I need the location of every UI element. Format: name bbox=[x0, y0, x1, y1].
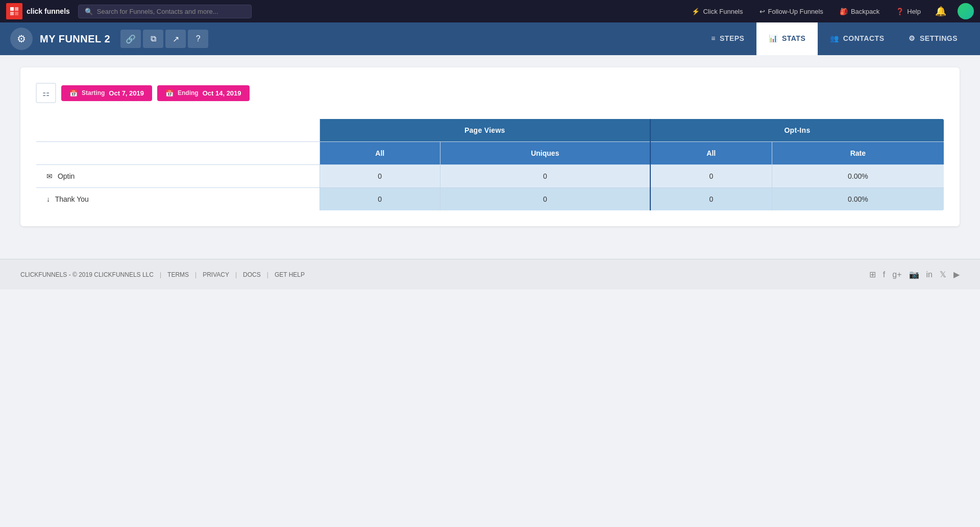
tab-steps[interactable]: ≡ STEPS bbox=[699, 22, 756, 55]
all-optins-header: All bbox=[650, 142, 772, 165]
search-placeholder: Search for Funnels, Contacts and more... bbox=[97, 8, 218, 15]
logo[interactable]: click funnels bbox=[6, 3, 70, 19]
svg-rect-1 bbox=[15, 7, 18, 11]
funnel-tabs: ≡ STEPS 📊 STATS 👥 CONTACTS ⚙ SETTINGS bbox=[699, 22, 970, 55]
download-icon bbox=[46, 195, 53, 203]
funnel-header: ⚙ MY FUNNEL 2 🔗 ⧉ ↗ ? ≡ STEPS 📊 STATS 👥 … bbox=[0, 22, 980, 55]
optin-rate: 0.00% bbox=[772, 165, 944, 188]
youtube-icon[interactable]: ▶ bbox=[953, 270, 960, 279]
top-navigation: click funnels 🔍 Search for Funnels, Cont… bbox=[0, 0, 980, 22]
page-views-header: Page Views bbox=[320, 119, 650, 142]
all-views-header: All bbox=[320, 142, 440, 165]
nav-follow-up-funnels[interactable]: ↩ Follow-Up Funnels bbox=[752, 5, 830, 18]
search-icon: 🔍 bbox=[85, 8, 93, 15]
click-funnels-icon: ⚡ bbox=[692, 8, 700, 15]
settings-icon: ⚙ bbox=[909, 34, 916, 42]
footer-sep4: | bbox=[267, 271, 268, 278]
footer-sep3: | bbox=[235, 271, 237, 278]
search-bar[interactable]: 🔍 Search for Funnels, Contacts and more.… bbox=[78, 5, 252, 18]
thankyou-unique-views: 0 bbox=[440, 188, 650, 211]
logo-text: click funnels bbox=[27, 7, 70, 15]
optin-row-label: Optin bbox=[36, 165, 320, 188]
backpack-icon: 🎒 bbox=[840, 8, 848, 15]
svg-rect-2 bbox=[10, 12, 14, 15]
google-plus-icon[interactable]: g+ bbox=[892, 270, 901, 279]
link-button[interactable]: 🔗 bbox=[120, 30, 141, 48]
footer: CLICKFUNNELS - © 2019 CLICKFUNNELS LLC |… bbox=[0, 259, 980, 290]
stats-icon: 📊 bbox=[769, 34, 778, 42]
svg-rect-3 bbox=[15, 12, 18, 15]
main-content: ⚏ 📅 Starting Oct 7, 2019 📅 Ending Oct 14… bbox=[0, 55, 980, 238]
tab-contacts[interactable]: 👥 CONTACTS bbox=[818, 22, 896, 55]
tab-settings[interactable]: ⚙ SETTINGS bbox=[896, 22, 970, 55]
footer-sep1: | bbox=[160, 271, 161, 278]
table-row: Optin 0 0 0 0.00% bbox=[36, 165, 944, 188]
envelope-icon bbox=[46, 172, 56, 180]
help-icon: ❓ bbox=[896, 8, 904, 15]
empty-header bbox=[36, 119, 320, 142]
logo-icon bbox=[6, 3, 22, 19]
contacts-icon: 👥 bbox=[830, 34, 839, 42]
steps-icon: ≡ bbox=[711, 34, 716, 42]
copy-button[interactable]: ⧉ bbox=[143, 30, 163, 48]
user-avatar[interactable] bbox=[958, 3, 974, 19]
filter-button[interactable]: ⚏ bbox=[36, 83, 56, 103]
footer-docs[interactable]: DOCS bbox=[243, 271, 261, 278]
nav-links: ⚡ Click Funnels ↩ Follow-Up Funnels 🎒 Ba… bbox=[684, 3, 974, 20]
footer-left: CLICKFUNNELS - © 2019 CLICKFUNNELS LLC |… bbox=[20, 271, 305, 278]
footer-terms[interactable]: TERMS bbox=[167, 271, 189, 278]
footer-copyright: CLICKFUNNELS - © 2019 CLICKFUNNELS LLC bbox=[20, 271, 154, 278]
filter-row: ⚏ 📅 Starting Oct 7, 2019 📅 Ending Oct 14… bbox=[36, 83, 944, 103]
starting-date-pill[interactable]: 📅 Starting Oct 7, 2019 bbox=[61, 85, 152, 101]
footer-get-help[interactable]: GET HELP bbox=[275, 271, 305, 278]
facebook-icon[interactable]: f bbox=[883, 270, 885, 279]
ending-date-pill[interactable]: 📅 Ending Oct 14, 2019 bbox=[157, 85, 250, 101]
funnel-title: MY FUNNEL 2 bbox=[40, 33, 110, 45]
instagram-icon[interactable]: 📷 bbox=[909, 270, 919, 279]
rate-header: Rate bbox=[772, 142, 944, 165]
nav-click-funnels[interactable]: ⚡ Click Funnels bbox=[684, 5, 750, 18]
tab-stats[interactable]: 📊 STATS bbox=[756, 22, 818, 55]
optin-all-optins: 0 bbox=[650, 165, 772, 188]
nav-help[interactable]: ❓ Help bbox=[889, 5, 928, 18]
optin-unique-views: 0 bbox=[440, 165, 650, 188]
filter-icon: ⚏ bbox=[42, 88, 50, 98]
optin-all-views: 0 bbox=[320, 165, 440, 188]
footer-social: ⊞ f g+ 📷 in 𝕏 ▶ bbox=[869, 270, 960, 279]
twitter-icon[interactable]: 𝕏 bbox=[940, 270, 946, 279]
thankyou-rate: 0.00% bbox=[772, 188, 944, 211]
follow-up-icon: ↩ bbox=[760, 8, 765, 15]
footer-sep2: | bbox=[195, 271, 197, 278]
calendar-icon-start: 📅 bbox=[69, 89, 78, 97]
stats-table: Page Views Opt-Ins All Uniques All Rate … bbox=[36, 118, 944, 211]
thankyou-all-optins: 0 bbox=[650, 188, 772, 211]
table-row: Thank You 0 0 0 0.00% bbox=[36, 188, 944, 211]
calendar-icon-end: 📅 bbox=[165, 89, 174, 97]
footer-privacy[interactable]: PRIVACY bbox=[203, 271, 229, 278]
linkedin-icon[interactable]: in bbox=[926, 270, 933, 279]
stats-card: ⚏ 📅 Starting Oct 7, 2019 📅 Ending Oct 14… bbox=[20, 67, 960, 226]
funnel-action-buttons: 🔗 ⧉ ↗ ? bbox=[120, 30, 208, 48]
thankyou-row-label: Thank You bbox=[36, 188, 320, 211]
export-button[interactable]: ↗ bbox=[165, 30, 186, 48]
notifications-button[interactable]: 🔔 bbox=[930, 3, 951, 20]
svg-rect-0 bbox=[10, 7, 14, 11]
opt-ins-header: Opt-Ins bbox=[650, 119, 944, 142]
help-button[interactable]: ? bbox=[188, 30, 208, 48]
empty-sub-header bbox=[36, 142, 320, 165]
unique-views-header: Uniques bbox=[440, 142, 650, 165]
rss-icon[interactable]: ⊞ bbox=[869, 270, 876, 279]
thankyou-all-views: 0 bbox=[320, 188, 440, 211]
funnel-settings-gear[interactable]: ⚙ bbox=[10, 28, 33, 50]
nav-backpack[interactable]: 🎒 Backpack bbox=[832, 5, 887, 18]
